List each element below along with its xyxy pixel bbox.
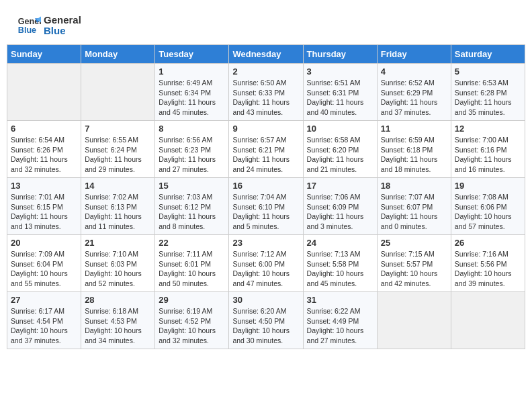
calendar-cell: 16Sunrise: 7:04 AM Sunset: 6:10 PM Dayli…	[229, 178, 303, 235]
day-info: Sunrise: 6:54 AM Sunset: 6:26 PM Dayligh…	[11, 135, 77, 175]
day-number: 31	[307, 295, 373, 305]
day-info: Sunrise: 7:08 AM Sunset: 6:06 PM Dayligh…	[455, 192, 521, 232]
calendar-cell: 18Sunrise: 7:07 AM Sunset: 6:07 PM Dayli…	[377, 178, 451, 235]
day-number: 1	[159, 66, 225, 77]
day-info: Sunrise: 6:55 AM Sunset: 6:24 PM Dayligh…	[85, 135, 151, 175]
day-number: 16	[232, 181, 299, 191]
day-number: 4	[381, 66, 447, 77]
day-info: Sunrise: 7:02 AM Sunset: 6:13 PM Dayligh…	[85, 192, 151, 232]
day-info: Sunrise: 6:51 AM Sunset: 6:31 PM Dayligh…	[307, 78, 373, 118]
day-info: Sunrise: 7:07 AM Sunset: 6:07 PM Dayligh…	[381, 192, 447, 232]
day-info: Sunrise: 7:10 AM Sunset: 6:03 PM Dayligh…	[85, 249, 151, 289]
day-number: 17	[307, 181, 373, 191]
logo-text-general: General	[44, 15, 81, 26]
day-info: Sunrise: 7:06 AM Sunset: 6:09 PM Dayligh…	[307, 192, 373, 232]
day-info: Sunrise: 7:04 AM Sunset: 6:10 PM Dayligh…	[232, 192, 299, 232]
day-number: 11	[381, 124, 447, 134]
day-number: 6	[11, 124, 77, 134]
calendar-cell: 31Sunrise: 6:22 AM Sunset: 4:49 PM Dayli…	[303, 292, 377, 349]
day-number: 10	[307, 124, 373, 134]
day-info: Sunrise: 7:15 AM Sunset: 5:57 PM Dayligh…	[381, 249, 447, 289]
day-info: Sunrise: 7:03 AM Sunset: 6:12 PM Dayligh…	[159, 192, 225, 232]
calendar-cell: 21Sunrise: 7:10 AM Sunset: 6:03 PM Dayli…	[81, 235, 155, 292]
logo-icon: General Blue	[17, 13, 41, 38]
calendar-cell: 23Sunrise: 7:12 AM Sunset: 6:00 PM Dayli…	[229, 235, 303, 292]
col-header-friday: Friday	[377, 45, 451, 64]
col-header-tuesday: Tuesday	[155, 45, 229, 64]
day-info: Sunrise: 7:12 AM Sunset: 6:00 PM Dayligh…	[232, 249, 299, 289]
day-number: 19	[455, 181, 521, 191]
day-number: 8	[159, 124, 225, 134]
day-number: 21	[85, 238, 151, 248]
day-info: Sunrise: 7:13 AM Sunset: 5:58 PM Dayligh…	[307, 249, 373, 289]
logo: General Blue General Blue	[17, 13, 81, 38]
day-info: Sunrise: 6:18 AM Sunset: 4:53 PM Dayligh…	[85, 306, 151, 346]
day-info: Sunrise: 6:56 AM Sunset: 6:23 PM Dayligh…	[159, 135, 225, 175]
calendar-cell: 1Sunrise: 6:49 AM Sunset: 6:34 PM Daylig…	[155, 64, 229, 121]
calendar-cell	[451, 292, 525, 349]
day-number: 28	[85, 295, 151, 305]
col-header-monday: Monday	[81, 45, 155, 64]
day-number: 9	[232, 124, 299, 134]
day-number: 30	[232, 295, 299, 305]
day-info: Sunrise: 6:49 AM Sunset: 6:34 PM Dayligh…	[159, 78, 225, 118]
day-number: 20	[11, 238, 77, 248]
day-info: Sunrise: 6:52 AM Sunset: 6:29 PM Dayligh…	[381, 78, 447, 118]
day-number: 26	[455, 238, 521, 248]
calendar-cell: 8Sunrise: 6:56 AM Sunset: 6:23 PM Daylig…	[155, 121, 229, 178]
calendar-cell: 14Sunrise: 7:02 AM Sunset: 6:13 PM Dayli…	[81, 178, 155, 235]
calendar-cell	[7, 64, 81, 121]
calendar-cell: 10Sunrise: 6:58 AM Sunset: 6:20 PM Dayli…	[303, 121, 377, 178]
calendar-cell: 27Sunrise: 6:17 AM Sunset: 4:54 PM Dayli…	[7, 292, 81, 349]
day-info: Sunrise: 6:58 AM Sunset: 6:20 PM Dayligh…	[307, 135, 373, 175]
day-number: 12	[455, 124, 521, 134]
calendar-table: SundayMondayTuesdayWednesdayThursdayFrid…	[7, 44, 525, 349]
day-info: Sunrise: 7:11 AM Sunset: 6:01 PM Dayligh…	[159, 249, 225, 289]
calendar-cell: 29Sunrise: 6:19 AM Sunset: 4:52 PM Dayli…	[155, 292, 229, 349]
day-info: Sunrise: 6:59 AM Sunset: 6:18 PM Dayligh…	[381, 135, 447, 175]
day-info: Sunrise: 7:01 AM Sunset: 6:15 PM Dayligh…	[11, 192, 77, 232]
calendar-cell: 20Sunrise: 7:09 AM Sunset: 6:04 PM Dayli…	[7, 235, 81, 292]
calendar-cell	[81, 64, 155, 121]
calendar-cell: 13Sunrise: 7:01 AM Sunset: 6:15 PM Dayli…	[7, 178, 81, 235]
calendar-cell: 25Sunrise: 7:15 AM Sunset: 5:57 PM Dayli…	[377, 235, 451, 292]
day-info: Sunrise: 6:19 AM Sunset: 4:52 PM Dayligh…	[159, 306, 225, 346]
day-info: Sunrise: 7:00 AM Sunset: 6:16 PM Dayligh…	[455, 135, 521, 175]
day-info: Sunrise: 6:53 AM Sunset: 6:28 PM Dayligh…	[455, 78, 521, 118]
day-info: Sunrise: 6:17 AM Sunset: 4:54 PM Dayligh…	[11, 306, 77, 346]
day-number: 14	[85, 181, 151, 191]
calendar-cell: 6Sunrise: 6:54 AM Sunset: 6:26 PM Daylig…	[7, 121, 81, 178]
day-number: 24	[307, 238, 373, 248]
day-number: 2	[232, 66, 299, 77]
day-number: 22	[159, 238, 225, 248]
day-number: 7	[85, 124, 151, 134]
page-header: General Blue General Blue	[7, 7, 525, 41]
day-number: 27	[11, 295, 77, 305]
calendar-cell: 5Sunrise: 6:53 AM Sunset: 6:28 PM Daylig…	[451, 64, 525, 121]
calendar-cell: 19Sunrise: 7:08 AM Sunset: 6:06 PM Dayli…	[451, 178, 525, 235]
calendar-cell: 22Sunrise: 7:11 AM Sunset: 6:01 PM Dayli…	[155, 235, 229, 292]
day-info: Sunrise: 6:57 AM Sunset: 6:21 PM Dayligh…	[232, 135, 299, 175]
calendar-cell	[377, 292, 451, 349]
calendar-cell: 17Sunrise: 7:06 AM Sunset: 6:09 PM Dayli…	[303, 178, 377, 235]
calendar-cell: 26Sunrise: 7:16 AM Sunset: 5:56 PM Dayli…	[451, 235, 525, 292]
day-info: Sunrise: 7:09 AM Sunset: 6:04 PM Dayligh…	[11, 249, 77, 289]
day-info: Sunrise: 6:50 AM Sunset: 6:33 PM Dayligh…	[232, 78, 299, 118]
calendar-cell: 4Sunrise: 6:52 AM Sunset: 6:29 PM Daylig…	[377, 64, 451, 121]
day-number: 25	[381, 238, 447, 248]
calendar-cell: 3Sunrise: 6:51 AM Sunset: 6:31 PM Daylig…	[303, 64, 377, 121]
day-number: 29	[159, 295, 225, 305]
calendar-cell: 2Sunrise: 6:50 AM Sunset: 6:33 PM Daylig…	[229, 64, 303, 121]
col-header-wednesday: Wednesday	[229, 45, 303, 64]
calendar-cell: 30Sunrise: 6:20 AM Sunset: 4:50 PM Dayli…	[229, 292, 303, 349]
col-header-sunday: Sunday	[7, 45, 81, 64]
logo-text-blue: Blue	[44, 26, 81, 37]
calendar-cell: 7Sunrise: 6:55 AM Sunset: 6:24 PM Daylig…	[81, 121, 155, 178]
calendar-cell: 24Sunrise: 7:13 AM Sunset: 5:58 PM Dayli…	[303, 235, 377, 292]
day-number: 3	[307, 66, 373, 77]
calendar-cell: 11Sunrise: 6:59 AM Sunset: 6:18 PM Dayli…	[377, 121, 451, 178]
col-header-thursday: Thursday	[303, 45, 377, 64]
day-info: Sunrise: 6:22 AM Sunset: 4:49 PM Dayligh…	[307, 306, 373, 346]
day-info: Sunrise: 6:20 AM Sunset: 4:50 PM Dayligh…	[232, 306, 299, 346]
calendar-cell: 9Sunrise: 6:57 AM Sunset: 6:21 PM Daylig…	[229, 121, 303, 178]
